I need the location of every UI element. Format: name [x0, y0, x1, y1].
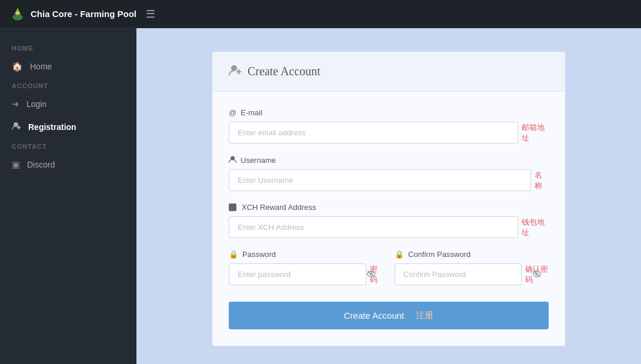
svg-point-3 — [16, 11, 19, 14]
username-label-text: Username — [241, 156, 276, 165]
card-header: Create Account — [212, 52, 565, 92]
confirm-password-form-group: 🔒 Confirm Password 确认密码 — [395, 250, 549, 285]
confirm-password-input-wrapper: 确认密码 — [395, 263, 549, 285]
email-input[interactable] — [229, 122, 518, 143]
sidebar-item-registration[interactable]: Registration — [0, 115, 136, 138]
password-label: 🔒 Password — [229, 250, 383, 259]
sidebar: HOME 🏠 Home ACCOUNT ➜ Login Registration… — [0, 28, 136, 364]
password-label-text: Password — [242, 250, 276, 259]
confirm-password-input[interactable] — [395, 263, 522, 285]
password-lock-icon: 🔒 — [229, 250, 238, 259]
home-icon: 🏠 — [12, 61, 23, 72]
sidebar-item-login-label: Login — [26, 99, 46, 109]
registration-icon — [12, 121, 21, 132]
card-body: @ E-mail 邮箱地址 — [212, 92, 565, 346]
email-label-text: E-mail — [241, 108, 262, 117]
login-icon: ➜ — [12, 99, 19, 109]
discord-icon: ▣ — [12, 159, 20, 170]
submit-label: Create Account — [344, 310, 405, 320]
email-form-group: @ E-mail 邮箱地址 — [229, 108, 549, 143]
xch-address-label-text: XCH Reward Address — [242, 203, 316, 212]
sidebar-item-registration-label: Registration — [28, 122, 76, 132]
card-header-title: Create Account — [248, 65, 320, 78]
xch-address-input-wrapper: 钱包地址 — [229, 216, 549, 238]
submit-annotation: 注册 — [416, 310, 433, 321]
username-annotation: 名称 — [535, 170, 549, 191]
sidebar-item-discord-label: Discord — [27, 160, 55, 169]
content-area: Create Account @ E-mail 邮箱地址 — [136, 28, 641, 364]
confirm-password-label: 🔒 Confirm Password — [395, 250, 549, 259]
email-icon: @ — [229, 108, 236, 117]
navbar: Chia Core - Farming Pool ☰ — [0, 0, 641, 28]
xch-address-label: XCH Reward Address — [229, 203, 549, 212]
sidebar-section-home: HOME — [0, 40, 136, 55]
username-input-wrapper: 名称 — [229, 169, 549, 191]
sidebar-item-home-label: Home — [30, 62, 52, 71]
sidebar-section-account: ACCOUNT — [0, 78, 136, 93]
brand: Chia Core - Farming Pool — [9, 6, 136, 22]
card-header-icon — [229, 64, 242, 79]
xch-address-form-group: XCH Reward Address 钱包地址 — [229, 203, 549, 238]
main-layout: HOME 🏠 Home ACCOUNT ➜ Login Registration… — [0, 28, 641, 364]
xch-address-input[interactable] — [229, 216, 518, 238]
sidebar-item-home[interactable]: 🏠 Home — [0, 55, 136, 78]
create-account-button[interactable]: Create Account 注册 — [229, 302, 549, 329]
password-input-wrapper: 密码 — [229, 263, 383, 285]
hamburger-icon[interactable]: ☰ — [146, 8, 155, 21]
email-annotation: 邮箱地址 — [522, 122, 549, 143]
password-input[interactable] — [229, 263, 366, 285]
username-icon — [229, 155, 236, 165]
sidebar-item-login[interactable]: ➜ Login — [0, 93, 136, 115]
brand-text: Chia Core - Farming Pool — [31, 9, 136, 19]
username-input[interactable] — [229, 169, 531, 191]
create-account-card: Create Account @ E-mail 邮箱地址 — [212, 52, 565, 346]
username-form-group: Username 名称 — [229, 155, 549, 191]
email-label: @ E-mail — [229, 108, 549, 117]
password-toggle-visibility-icon[interactable] — [366, 269, 376, 279]
confirm-password-label-text: Confirm Password — [408, 250, 470, 259]
confirm-password-lock-icon: 🔒 — [395, 250, 404, 259]
logo-icon — [9, 6, 26, 22]
sidebar-section-contact: CONTACT — [0, 138, 136, 153]
xch-address-annotation: 钱包地址 — [522, 217, 549, 238]
password-row: 🔒 Password 密码 — [229, 250, 549, 297]
xch-icon — [229, 203, 236, 211]
confirm-password-toggle-visibility-icon[interactable] — [532, 269, 542, 279]
sidebar-item-discord[interactable]: ▣ Discord — [0, 153, 136, 176]
email-input-wrapper: 邮箱地址 — [229, 122, 549, 143]
password-form-group: 🔒 Password 密码 — [229, 250, 383, 285]
username-label: Username — [229, 155, 549, 165]
